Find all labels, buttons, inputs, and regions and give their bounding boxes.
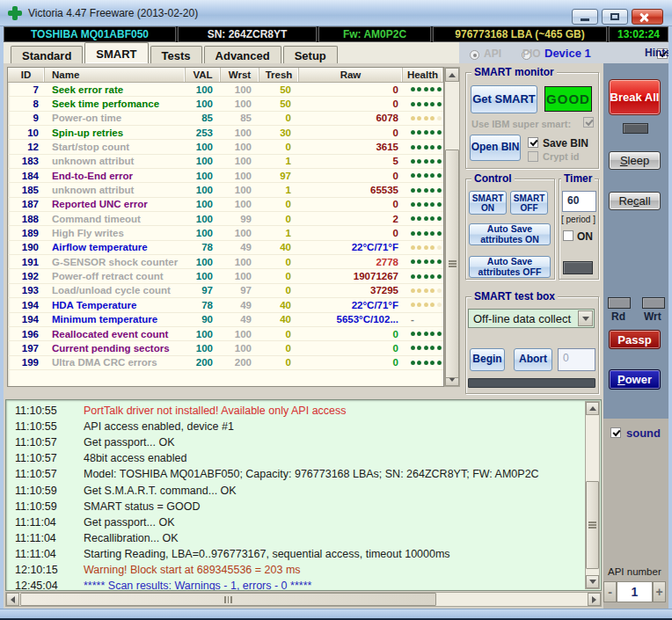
table-row[interactable]: 10Spin-up retries253100300 [8, 126, 443, 140]
table-row[interactable]: 184End-to-End error100100970 [8, 169, 443, 183]
timer-period-input[interactable]: 60 [562, 191, 596, 212]
tab-standard[interactable]: Standard [11, 46, 83, 63]
log-scroll-down-button[interactable] [586, 575, 599, 588]
recall-button[interactable]: Recall [609, 192, 661, 210]
api-number-decrement[interactable]: - [603, 581, 617, 602]
get-smart-button[interactable]: Get SMART [471, 85, 537, 113]
open-bin-button[interactable]: Open BIN [470, 135, 521, 161]
crypt-id-checkbox[interactable] [528, 151, 538, 162]
log-scroll-up-button[interactable] [586, 402, 599, 415]
table-row[interactable]: 191G-SENSOR shock counter10010002778 [8, 255, 443, 269]
col-header-id[interactable]: ID [8, 68, 45, 82]
table-row[interactable]: 9Power-on time858506078 [8, 112, 443, 126]
sound-checkbox[interactable] [610, 427, 621, 438]
smart-off-button[interactable]: SMART OFF [510, 191, 548, 215]
table-row[interactable]: 194Minimum temperature9049405653°C/102..… [8, 313, 443, 327]
col-header-name[interactable]: Name [45, 68, 186, 82]
cell-raw: 0 [299, 84, 403, 95]
table-row[interactable]: 8Seek time perfomance100100500 [8, 97, 443, 111]
cell-wrst: 100 [221, 343, 259, 354]
table-row[interactable]: 187Reported UNC error10010000 [8, 198, 443, 212]
tab-tests[interactable]: Tests [150, 46, 202, 63]
tab-setup[interactable]: Setup [283, 46, 338, 63]
smart-on-button[interactable]: SMART ON [469, 191, 507, 215]
log-horizontal-scrollbar[interactable] [5, 592, 602, 607]
titlebar[interactable]: Victoria 4.47 Freeware (2013-02-20) [0, 0, 672, 26]
table-row[interactable]: 192Power-off retract count10010001907126… [8, 269, 443, 283]
health-dot-icon [424, 145, 428, 150]
log-vertical-scrollbar[interactable] [585, 401, 600, 589]
cell-health-indicator [403, 245, 443, 250]
tab-smart[interactable]: SMART [84, 42, 148, 63]
cell-val: 100 [186, 214, 221, 224]
api-number-increment[interactable]: + [653, 581, 666, 602]
device-selector[interactable]: Device 1 [544, 47, 591, 60]
table-row[interactable]: 183unknown attribut10010015 [8, 155, 443, 169]
cell-raw: 0 [299, 199, 403, 209]
scroll-left-button[interactable] [6, 593, 19, 606]
health-dot-icon [437, 102, 442, 106]
drive-info-bar: TOSHIBA MQ01ABF050 SN: 264ZCR8YT Fw: AM0… [4, 26, 668, 42]
drive-capacity: 976773168 LBA (~465 GB) [433, 26, 607, 42]
table-row[interactable]: 12Start/stop count10010003615 [8, 140, 443, 154]
col-header-health[interactable]: Health [403, 68, 443, 82]
table-row[interactable]: 196Reallocated event count10010000 [8, 327, 443, 341]
abort-test-button[interactable]: Abort [514, 348, 552, 371]
cell-wrst: 100 [221, 228, 259, 238]
table-row[interactable]: 188Command timeout1009902 [8, 212, 443, 226]
col-header-wrst[interactable]: Wrst [221, 68, 259, 82]
api-radio[interactable] [470, 50, 479, 60]
power-button[interactable]: Power [609, 369, 661, 390]
cell-id: 9 [8, 113, 45, 123]
maximize-button[interactable] [602, 9, 628, 25]
thumb-grip-icon [224, 596, 232, 603]
ibm-smart-checkbox[interactable] [583, 117, 594, 128]
log-timestamp: 11:10:59 [15, 485, 66, 497]
timer-on-checkbox[interactable] [563, 230, 573, 241]
scroll-right-button[interactable] [588, 593, 601, 606]
col-header-tresh[interactable]: Tresh [259, 68, 299, 82]
break-all-button[interactable]: Break All [609, 79, 661, 115]
save-bin-checkbox[interactable] [528, 137, 538, 148]
cell-name: unknown attribut [45, 156, 186, 166]
scroll-up-button[interactable] [445, 68, 459, 82]
table-row[interactable]: 7Seek error rate100100500 [8, 83, 443, 97]
crypt-id-label: Crypt id [543, 151, 580, 162]
log-output[interactable]: 11:10:55PortTalk driver not installed! A… [5, 399, 602, 591]
passp-button[interactable]: Passp [609, 330, 661, 349]
health-dot-icon [430, 288, 435, 293]
cell-tresh: 50 [259, 98, 299, 109]
cell-wrst: 100 [221, 84, 259, 95]
table-row[interactable]: 189High Fly writes10010010 [8, 226, 443, 240]
cell-id: 194 [8, 300, 45, 310]
log-line: 11:10:57Get passport... OK [6, 434, 601, 450]
begin-test-button[interactable]: Begin [470, 348, 505, 371]
api-number-value[interactable]: 1 [617, 581, 653, 602]
hscroll-thumb[interactable] [20, 593, 436, 606]
col-header-raw[interactable]: Raw [299, 68, 403, 82]
table-row[interactable]: 197Current pending sectors10010000 [8, 341, 443, 355]
table-vertical-scrollbar[interactable] [444, 67, 460, 387]
cell-tresh: 1 [259, 156, 299, 166]
table-row[interactable]: 190Airflow temperature78494022°C/71°F [8, 241, 443, 255]
dropdown-button[interactable] [578, 310, 593, 326]
autosave-attributes-on-button[interactable]: Auto Save attributes ON [469, 223, 551, 245]
table-row[interactable]: 185unknown attribut100100165535 [8, 183, 443, 197]
col-header-val[interactable]: VAL [186, 68, 221, 82]
table-row[interactable]: 194HDA Temperature78494022°C/71°F [8, 298, 443, 312]
cell-tresh: 1 [259, 228, 299, 238]
log-scroll-thumb[interactable] [586, 481, 599, 569]
table-row[interactable]: 193Load/unload cycle count9797037295 [8, 284, 443, 298]
autosave-attributes-off-button[interactable]: Auto Save attributes OFF [469, 256, 551, 278]
tab-advanced[interactable]: Advanced [204, 46, 281, 63]
sleep-button[interactable]: Sleep [609, 151, 661, 170]
health-dot-icon [430, 259, 435, 264]
table-row[interactable]: 199Ultra DMA CRC errors20020000 [8, 356, 443, 370]
close-button[interactable] [632, 9, 663, 25]
cell-wrst: 100 [221, 142, 259, 152]
minimize-button[interactable] [572, 9, 598, 25]
cell-id: 184 [8, 171, 45, 181]
smart-test-dropdown[interactable]: Off-line data collect [468, 309, 595, 328]
test-counter-field[interactable]: 0 [558, 348, 595, 371]
scroll-thumb[interactable] [445, 150, 459, 378]
